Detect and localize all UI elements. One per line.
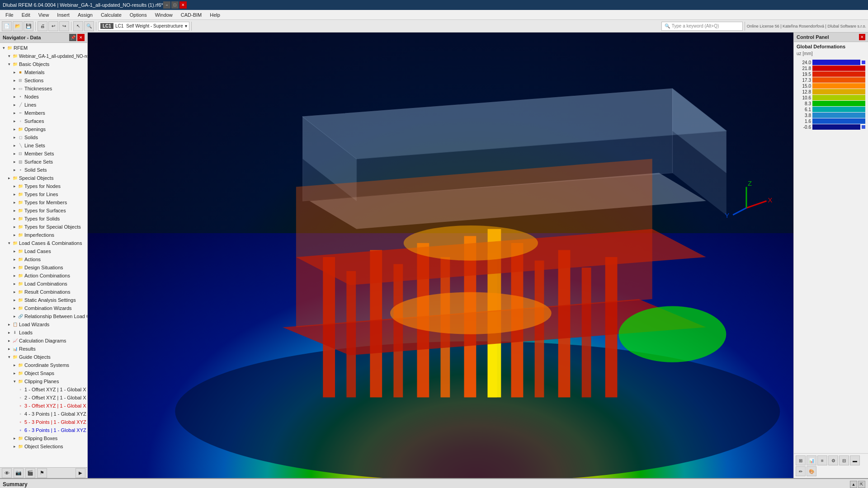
redo-button[interactable]: ↪ <box>59 21 69 31</box>
lc-selector[interactable]: LC1 LC1 Self Weight - Superstructure ▾ <box>98 22 189 31</box>
bottom-detach-button[interactable]: ⇱ <box>858 481 865 488</box>
cp-edit-button[interactable]: ✏ <box>796 466 806 476</box>
expand-line-sets[interactable]: ▸ <box>12 143 17 148</box>
expand-rel[interactable]: ▸ <box>12 314 17 319</box>
nav-line-sets[interactable]: ▸ ╲ Line Sets <box>0 141 87 150</box>
maximize-button[interactable]: □ <box>171 1 179 9</box>
expand-solid-sets[interactable]: ▸ <box>12 167 17 173</box>
expand-surface-sets[interactable]: ▸ <box>12 159 17 164</box>
navigator-pin-button[interactable]: 📌 <box>69 34 76 41</box>
nav-materials[interactable]: ▸ ■ Materials <box>0 68 87 76</box>
bottom-expand-button[interactable]: ▲ <box>850 481 857 488</box>
nav-root[interactable]: ▾ 📁 RFEM <box>0 44 87 52</box>
nav-clipping-planes[interactable]: ▾ 📁 Clipping Planes <box>0 377 87 385</box>
nav-video-icon[interactable]: 🎬 <box>25 468 35 478</box>
expand-guide[interactable]: ▾ <box>6 354 12 360</box>
minimize-button[interactable]: − <box>163 1 170 9</box>
nav-static-analysis[interactable]: ▸ 📁 Static Analysis Settings <box>0 296 87 304</box>
expand-snaps[interactable]: ▸ <box>12 371 17 376</box>
open-button[interactable]: 📂 <box>13 21 23 31</box>
expand-results[interactable]: ▸ <box>6 346 12 352</box>
nav-flag-icon[interactable]: ⚑ <box>37 468 47 478</box>
expand-lcc[interactable]: ▾ <box>6 240 12 246</box>
nav-project[interactable]: ▾ 📁 Webinar_GA-1_all-updated_NO-resul <box>0 52 87 60</box>
nav-relationship[interactable]: ▸ 🔗 Relationship Between Load C <box>0 312 87 320</box>
expand-basic[interactable]: ▾ <box>6 61 12 67</box>
cp-color-button[interactable]: 🎨 <box>807 466 816 476</box>
nav-actions[interactable]: ▸ 📁 Actions <box>0 255 87 263</box>
nav-surface-sets[interactable]: ▸ ▧ Surface Sets <box>0 158 87 166</box>
expand-types-special[interactable]: ▸ <box>12 224 17 230</box>
control-panel-close-button[interactable]: ✕ <box>859 34 865 40</box>
expand-member-sets[interactable]: ▸ <box>12 151 17 156</box>
expand-surfaces[interactable]: ▸ <box>12 118 17 124</box>
expand-action-comb[interactable]: ▸ <box>12 273 17 278</box>
expand-icon[interactable]: ▾ <box>1 45 6 51</box>
nav-coordinate-systems[interactable]: ▸ 📁 Coordinate Systems <box>0 361 87 369</box>
cp-list-button[interactable]: ≡ <box>817 455 827 465</box>
nav-member-sets[interactable]: ▸ ⊟ Member Sets <box>0 150 87 158</box>
menu-item-view[interactable]: View <box>35 11 53 19</box>
expand-design-sit[interactable]: ▸ <box>12 265 17 270</box>
expand-thicknesses[interactable]: ▸ <box>12 86 17 91</box>
nav-cp3[interactable]: ▫ 3 - Offset XYZ | 1 - Global X <box>0 402 87 410</box>
menu-item-cad-bim[interactable]: CAD-BIM <box>177 11 205 19</box>
print-button[interactable]: 🖨 <box>38 21 47 31</box>
nav-cp2[interactable]: ▫ 2 - Offset XYZ | 1 - Global X <box>0 394 87 402</box>
menu-item-help[interactable]: Help <box>206 11 224 19</box>
menu-item-file[interactable]: File <box>2 11 17 19</box>
close-window-button[interactable]: ✕ <box>179 1 187 9</box>
nav-action-combinations[interactable]: ▸ 📁 Action Combinations <box>0 272 87 280</box>
expand-types-members[interactable]: ▸ <box>12 200 17 205</box>
nav-types-nodes[interactable]: ▸ 📁 Types for Nodes <box>0 182 87 190</box>
expand-loads[interactable]: ▸ <box>6 330 12 335</box>
menu-item-calculate[interactable]: Calculate <box>97 11 125 19</box>
nav-load-combinations[interactable]: ▸ 📁 Load Combinations <box>0 280 87 288</box>
expand-load-cases[interactable]: ▸ <box>12 249 17 254</box>
nav-members[interactable]: ▸ ╾ Members <box>0 109 87 117</box>
save-button[interactable]: 💾 <box>24 21 33 31</box>
nav-camera-icon[interactable]: 📷 <box>14 468 24 478</box>
expand-lines[interactable]: ▸ <box>12 102 17 108</box>
nav-loads[interactable]: ▸ ⬇ Loads <box>0 328 87 337</box>
select-button[interactable]: ↖ <box>73 21 83 31</box>
expand-nodes[interactable]: ▸ <box>12 94 17 99</box>
expand-types-lines[interactable]: ▸ <box>12 192 17 197</box>
nav-load-cases[interactable]: ▸ 📁 Load Cases <box>0 247 87 255</box>
nav-solid-sets[interactable]: ▸ ▪ Solid Sets <box>0 166 87 174</box>
nav-openings[interactable]: ▸ 📁 Openings <box>0 125 87 133</box>
nav-types-members[interactable]: ▸ 📁 Types for Members <box>0 198 87 206</box>
nav-cp1[interactable]: ▫ 1 - Offset XYZ | 1 - Global X <box>0 385 87 394</box>
expand-openings[interactable]: ▸ <box>12 127 17 132</box>
nav-object-snaps[interactable]: ▸ 📁 Object Snaps <box>0 369 87 377</box>
expand-obj-sel[interactable]: ▸ <box>12 444 17 449</box>
nav-imperfections[interactable]: ▸ 📁 Imperfections <box>0 231 87 239</box>
nav-object-selections[interactable]: ▸ 📁 Object Selections <box>0 442 87 450</box>
nav-sections[interactable]: ▸ ⊞ Sections <box>0 76 87 84</box>
nav-cp4[interactable]: ▫ 4 - 3 Points | 1 - Global XYZ <box>0 410 87 418</box>
cp-bar-button[interactable]: ▬ <box>850 455 860 465</box>
zoom-button[interactable]: 🔍 <box>84 21 94 31</box>
new-button[interactable]: 📄 <box>2 21 12 31</box>
expand-load-wiz[interactable]: ▸ <box>6 322 12 327</box>
nav-results[interactable]: ▸ 📊 Results <box>0 345 87 353</box>
expand-icon-project[interactable]: ▾ <box>6 53 12 59</box>
expand-members[interactable]: ▸ <box>12 110 17 116</box>
expand-clipping[interactable]: ▾ <box>12 379 17 384</box>
nav-combination-wizards[interactable]: ▸ 📁 Combination Wizards <box>0 304 87 312</box>
expand-coords[interactable]: ▸ <box>12 362 17 368</box>
menu-item-edit[interactable]: Edit <box>18 11 34 19</box>
nav-types-lines[interactable]: ▸ 📁 Types for Lines <box>0 190 87 198</box>
cp-chart-button[interactable]: 📊 <box>807 455 816 465</box>
cp-grid-button[interactable]: ⊟ <box>839 455 849 465</box>
nav-special-objects[interactable]: ▸ 📁 Special Objects <box>0 174 87 182</box>
viewport-3d[interactable]: X Z Y <box>88 33 793 478</box>
menu-item-insert[interactable]: Insert <box>53 11 73 19</box>
undo-button[interactable]: ↩ <box>48 21 58 31</box>
nav-guide-objects[interactable]: ▾ 📁 Guide Objects <box>0 353 87 361</box>
expand-special[interactable]: ▸ <box>6 175 12 181</box>
nav-view-icon[interactable]: 👁 <box>2 468 12 478</box>
expand-types-surfaces[interactable]: ▸ <box>12 208 17 213</box>
expand-actions[interactable]: ▸ <box>12 257 17 262</box>
expand-types-nodes[interactable]: ▸ <box>12 183 17 189</box>
